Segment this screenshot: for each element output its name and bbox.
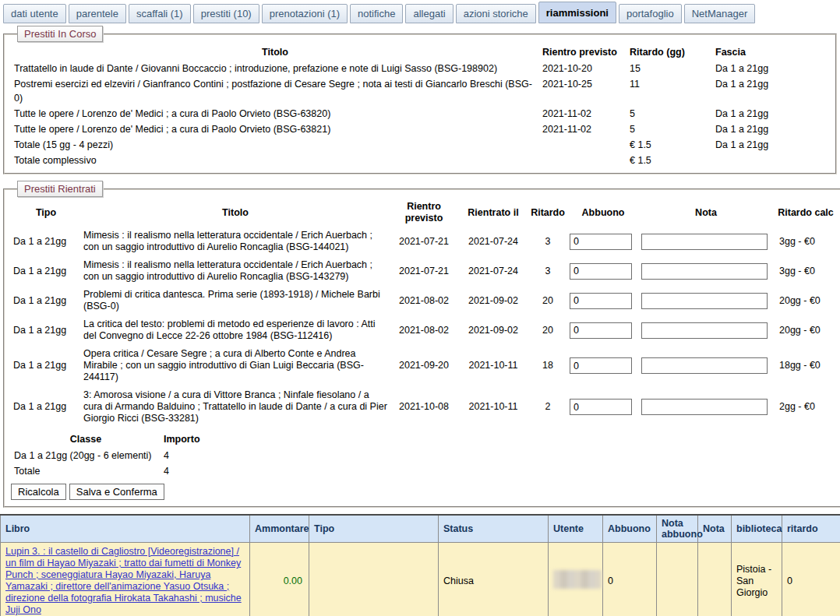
cell-ritardo: 3	[528, 227, 567, 256]
ricalcola-button[interactable]: Ricalcola	[11, 484, 66, 500]
abbuono-input[interactable]	[570, 263, 632, 280]
cell-tipo	[309, 543, 439, 616]
abbuono-input[interactable]	[570, 293, 632, 309]
tab-dati-utente[interactable]: dati utente	[3, 4, 66, 23]
cell-ritardo: 20	[528, 315, 567, 345]
prestiti-in-corso-panel: Prestiti In Corso Titolo Rientro previst…	[3, 26, 837, 174]
column-header-status: Status	[439, 515, 549, 543]
column-header-utente: Utente	[549, 515, 603, 543]
column-header-ritardo: Ritardo	[528, 199, 567, 227]
tab-allegati[interactable]: allegati	[405, 4, 453, 23]
libro-link[interactable]: Lupin 3. : il castello di Cagliostro [Vi…	[5, 546, 242, 615]
abbuono-input[interactable]	[570, 234, 632, 250]
cell-titolo: Totale (15 gg - 4 pezzi)	[11, 137, 539, 153]
cell-ritardo: 5	[626, 106, 712, 121]
column-header-importo: Importo	[161, 431, 254, 448]
cell-titolo: Tutte le opere / Lorenzo de' Medici ; a …	[11, 106, 539, 121]
prestiti-in-corso-legend: Prestiti In Corso	[17, 26, 103, 42]
cell-rientrato-il: 2021-09-02	[458, 315, 528, 345]
cell-nota-abbuono	[657, 543, 698, 616]
table-header-row: Tipo Titolo Rientro previsto Rientrato i…	[11, 199, 838, 227]
table-row: Da 1 a 21gg La critica del testo: proble…	[11, 315, 838, 345]
tab-azioni-storiche[interactable]: azioni storiche	[456, 4, 536, 23]
cell-rientro-previsto: 2021-08-02	[390, 286, 458, 315]
abbuono-input[interactable]	[570, 399, 632, 415]
riammissioni-storico-table: Libro Ammontare Tipo Status Utente Abbuo…	[0, 514, 840, 616]
table-row: Postremi esercizi ed elzeviri / Gianfran…	[11, 76, 829, 106]
cell-fascia: Da 1 a 21gg	[712, 137, 829, 153]
cell-tipo: Da 1 a 21gg	[11, 256, 81, 286]
abbuono-input[interactable]	[570, 322, 632, 339]
cell-rientrato-il: 2021-10-11	[458, 345, 528, 386]
cell-ritardo: 11	[626, 76, 712, 106]
cell-libro: Lupin 3. : il castello di Cagliostro [Vi…	[1, 543, 250, 616]
cell-ammontare: 0.00	[250, 543, 309, 616]
cell-titolo: Mimesis : il realismo nella letteratura …	[81, 256, 390, 286]
cell-biblioteca: Pistoia - San Giorgio	[732, 543, 782, 616]
cell-rientro-previsto: 2021-08-02	[390, 315, 458, 345]
nota-input[interactable]	[641, 293, 768, 309]
cell-tipo: Da 1 a 21gg	[11, 345, 81, 386]
abbuono-input[interactable]	[570, 357, 632, 374]
cell-utente	[549, 543, 603, 616]
table-row: Tutte le opere / Lorenzo de' Medici ; a …	[11, 106, 829, 121]
cell-titolo: Opera critica / Cesare Segre ; a cura di…	[81, 345, 390, 386]
cell-status: Chiusa	[439, 543, 549, 616]
table-row: Trattatello in laude di Dante / Giovanni…	[11, 61, 829, 76]
column-header-classe: Classe	[11, 431, 161, 448]
prestiti-rientrati-panel: Prestiti Rientrati Tipo Titolo Rientro p…	[3, 181, 840, 508]
column-header-abbuono: Abbuono	[603, 515, 657, 543]
column-header-tipo: Tipo	[11, 199, 81, 227]
tab-netmanager[interactable]: NetManager	[684, 4, 756, 23]
table-row: Da 1 a 21gg Opera critica / Cesare Segre…	[11, 345, 838, 386]
cell-rientro-previsto	[539, 137, 626, 153]
cell-ritardo-calc: 3gg - €0	[773, 227, 838, 256]
table-row: Da 1 a 21gg (20gg - 6 elementi) 4	[11, 448, 254, 463]
cell-ritardo: 20	[528, 286, 567, 315]
tab-notifiche[interactable]: notifiche	[350, 4, 403, 23]
cell-tipo: Da 1 a 21gg	[11, 286, 81, 315]
cell-titolo: Tutte le opere / Lorenzo de' Medici ; a …	[11, 121, 539, 137]
riepilogo-classi-table: Classe Importo Da 1 a 21gg (20gg - 6 ele…	[11, 431, 254, 479]
cell-fascia: Da 1 a 21gg	[712, 76, 829, 106]
cell-fascia: Da 1 a 21gg	[712, 61, 829, 76]
cell-rientro-previsto: 2021-09-20	[390, 345, 458, 386]
nota-input[interactable]	[641, 357, 768, 374]
cell-rientro-previsto: 2021-11-02	[539, 106, 626, 121]
cell-ritardo: 15	[626, 61, 712, 76]
cell-fascia: Da 1 a 21gg	[712, 121, 829, 137]
tab-parentele[interactable]: parentele	[69, 4, 126, 23]
column-header-ritardo-calc: Ritardo calc	[773, 199, 838, 227]
salva-e-conferma-button[interactable]: Salva e Conferma	[69, 484, 164, 500]
cell-ritardo: 5	[626, 121, 712, 137]
tab-riammissioni[interactable]: riammissioni	[538, 2, 616, 23]
column-header-rientro-previsto: Rientro previsto	[390, 199, 458, 227]
cell-ritardo: 0	[782, 543, 840, 616]
cell-titolo: 3: Amorosa visione / a cura di Vittore B…	[81, 386, 390, 428]
column-header-abbuono: Abbuono	[567, 199, 639, 227]
column-header-fascia: Fascia	[712, 44, 829, 61]
cell-rientrato-il: 2021-07-24	[458, 256, 528, 286]
nota-input[interactable]	[641, 234, 768, 250]
nota-input[interactable]	[641, 322, 768, 339]
tab-prenotazioni[interactable]: prenotazioni (1)	[262, 4, 348, 23]
cell-importo: 4	[161, 448, 254, 463]
cell-ritardo: 18	[528, 345, 567, 386]
tab-prestiti[interactable]: prestiti (10)	[193, 4, 259, 23]
cell-fascia: Da 1 a 21gg	[712, 106, 829, 121]
cell-importo: 4	[161, 463, 254, 479]
cell-rientro-previsto: 2021-11-02	[539, 121, 626, 137]
tab-portafoglio[interactable]: portafoglio	[619, 4, 682, 23]
cell-ritardo-calc: 20gg - €0	[773, 315, 838, 345]
cell-titolo: Trattatello in laude di Dante / Giovanni…	[11, 61, 539, 76]
nota-input[interactable]	[641, 399, 768, 415]
table-header-row: Titolo Rientro previsto Ritardo (gg) Fas…	[11, 44, 829, 61]
prestiti-rientrati-legend: Prestiti Rientrati	[17, 181, 103, 197]
cell-tipo: Da 1 a 21gg	[11, 386, 81, 428]
column-header-titolo: Titolo	[11, 44, 539, 61]
tab-scaffali[interactable]: scaffali (1)	[129, 4, 191, 23]
column-header-ritardo: ritardo	[782, 515, 840, 543]
column-header-nota: Nota	[639, 199, 773, 227]
prestiti-in-corso-table: Titolo Rientro previsto Ritardo (gg) Fas…	[11, 44, 829, 168]
nota-input[interactable]	[641, 263, 768, 280]
